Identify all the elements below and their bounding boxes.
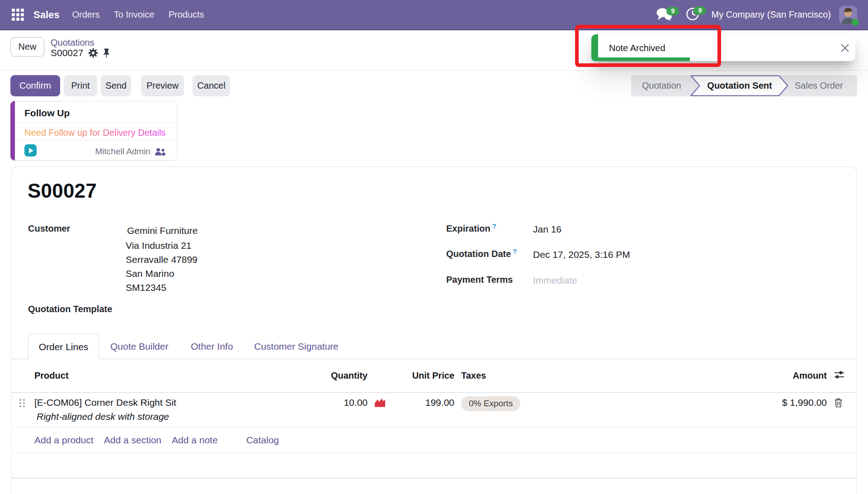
status-step-quotation[interactable]: Quotation	[642, 75, 681, 96]
empty-table-space	[12, 453, 856, 479]
activity-followup-card: Follow Up Need Follow up for Delivery De…	[10, 101, 177, 161]
forecast-chart-icon[interactable]	[374, 397, 386, 408]
cancel-button[interactable]: Cancel	[193, 75, 230, 96]
divider	[15, 140, 177, 141]
pin-icon[interactable]	[103, 48, 110, 58]
amount-cell: $ 1,990.00	[615, 393, 827, 408]
address-line: Serravalle 47899	[126, 252, 198, 266]
payment-terms-label: Payment Terms	[446, 275, 513, 285]
help-icon: ?	[492, 222, 496, 230]
activity-assignee[interactable]: Mitchell Admin	[95, 147, 166, 157]
expiration-label: Expiration?	[446, 223, 496, 234]
apps-menu-icon[interactable]	[12, 9, 24, 21]
divider	[15, 123, 177, 123]
customer-value[interactable]: Gemini Furniture	[127, 225, 198, 236]
status-pipeline: Quotation Quotation Sent Sales Order	[631, 75, 857, 96]
activity-color-bar	[10, 101, 15, 161]
users-group-icon	[155, 148, 166, 156]
menu-to-invoice[interactable]: To Invoice	[114, 10, 155, 20]
online-status-dot	[852, 19, 859, 26]
col-unit-price[interactable]: Unit Price	[389, 370, 454, 381]
form-sheet: S00027 Customer Gemini Furniture Via Ind…	[11, 166, 857, 494]
order-lines-footer: Add a product Add a section Add a note C…	[12, 428, 856, 453]
odoo-sales-quotation-page: Sales Orders To Invoice Products 9 9	[0, 0, 868, 494]
quotation-date-value[interactable]: Dec 17, 2025, 3:16 PM	[533, 249, 630, 260]
annotation-highlight-box	[575, 25, 721, 67]
col-amount[interactable]: Amount	[615, 370, 827, 381]
status-step-sales-order[interactable]: Sales Order	[795, 75, 843, 96]
messages-icon[interactable]: 9	[656, 7, 672, 23]
col-quantity[interactable]: Quantity	[312, 370, 368, 381]
tab-order-lines[interactable]: Order Lines	[28, 334, 99, 359]
address-line: Via Industria 21	[126, 238, 198, 252]
confirm-button[interactable]: Confirm	[10, 75, 60, 96]
col-taxes[interactable]: Taxes	[454, 370, 615, 381]
add-product-link[interactable]: Add a product	[34, 435, 94, 446]
order-lines-header: Product Quantity Unit Price Taxes Amount	[12, 359, 856, 393]
user-avatar[interactable]	[839, 6, 857, 24]
company-switcher[interactable]: My Company (San Francisco)	[711, 10, 831, 20]
new-button[interactable]: New	[10, 37, 44, 57]
preview-button[interactable]: Preview	[141, 75, 184, 96]
quotation-date-label: Quotation Date?	[446, 249, 517, 259]
breadcrumb-current-label: S00027	[51, 48, 83, 58]
unit-price-cell[interactable]: 199.00	[389, 393, 454, 408]
customer-label: Customer	[28, 223, 70, 234]
app-name[interactable]: Sales	[33, 9, 60, 21]
activities-badge: 9	[693, 6, 706, 15]
delete-row-icon[interactable]	[834, 398, 843, 408]
status-step-quotation-sent[interactable]: Quotation Sent	[690, 75, 789, 96]
menu-products[interactable]: Products	[169, 10, 204, 20]
activities-icon[interactable]: 9	[686, 7, 699, 23]
payment-terms-value[interactable]: Immediate	[533, 275, 577, 286]
menu-orders[interactable]: Orders	[72, 10, 100, 20]
order-line-row[interactable]: [E-COM06] Corner Desk Right Sit Right-al…	[12, 393, 856, 428]
tab-customer-signature[interactable]: Customer Signature	[254, 334, 339, 359]
product-description[interactable]: Right-aligned desk with storage	[34, 411, 312, 422]
add-section-link[interactable]: Add a section	[104, 435, 161, 446]
customer-address: Via Industria 21 Serravalle 47899 San Ma…	[126, 238, 198, 294]
toast-close-button[interactable]	[837, 40, 853, 56]
tab-quote-builder[interactable]: Quote Builder	[110, 334, 168, 359]
top-navbar: Sales Orders To Invoice Products 9 9	[0, 0, 868, 30]
drag-handle-icon[interactable]	[19, 399, 28, 407]
activity-play-button[interactable]	[24, 144, 37, 157]
add-note-link[interactable]: Add a note	[172, 435, 218, 446]
quotation-template-label: Quotation Template	[28, 304, 112, 314]
activity-note[interactable]: Need Follow up for Delivery Details	[24, 128, 165, 138]
catalog-link[interactable]: Catalog	[246, 435, 279, 446]
gear-icon[interactable]	[88, 48, 98, 58]
optional-columns-icon[interactable]	[834, 370, 844, 379]
assignee-name: Mitchell Admin	[95, 147, 151, 157]
quantity-cell[interactable]: 10.00	[312, 393, 368, 408]
expiration-value[interactable]: Jan 16	[533, 224, 561, 235]
breadcrumb-current: S00027	[51, 48, 110, 58]
product-name[interactable]: [E-COM06] Corner Desk Right Sit	[34, 397, 312, 408]
address-line: San Marino	[126, 266, 198, 280]
control-panel-divider	[0, 70, 868, 71]
col-product[interactable]: Product	[28, 370, 312, 381]
print-button[interactable]: Print	[64, 75, 97, 96]
help-icon: ?	[513, 247, 517, 255]
address-line: SM12345	[126, 280, 198, 294]
messages-badge: 9	[666, 7, 679, 15]
activity-title: Follow Up	[24, 108, 70, 119]
breadcrumb-parent[interactable]: Quotations	[51, 38, 94, 48]
send-button[interactable]: Send	[101, 75, 131, 96]
tab-other-info[interactable]: Other Info	[191, 334, 233, 359]
quotation-reference: S00027	[28, 180, 97, 202]
tax-badge[interactable]: 0% Exports	[461, 396, 520, 411]
